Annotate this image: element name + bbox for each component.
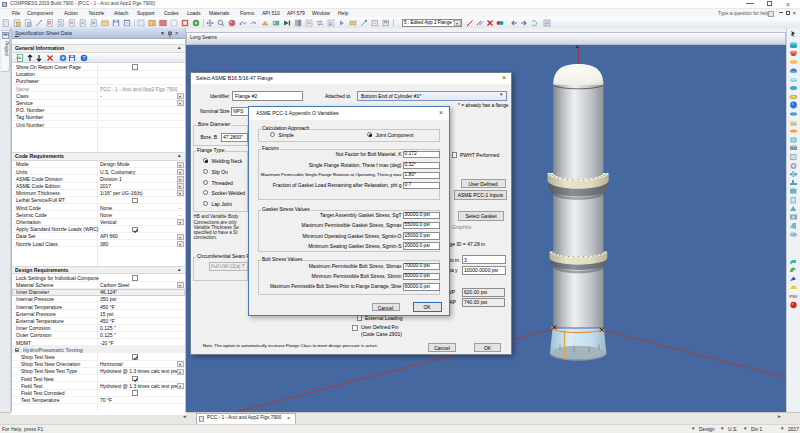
svg-text:Z: Z xyxy=(576,45,580,49)
svg-text:?: ? xyxy=(83,55,86,61)
svg-text:PSV: PSV xyxy=(789,294,797,299)
svg-text:T: T xyxy=(150,21,153,26)
svg-text:S: S xyxy=(59,21,62,26)
